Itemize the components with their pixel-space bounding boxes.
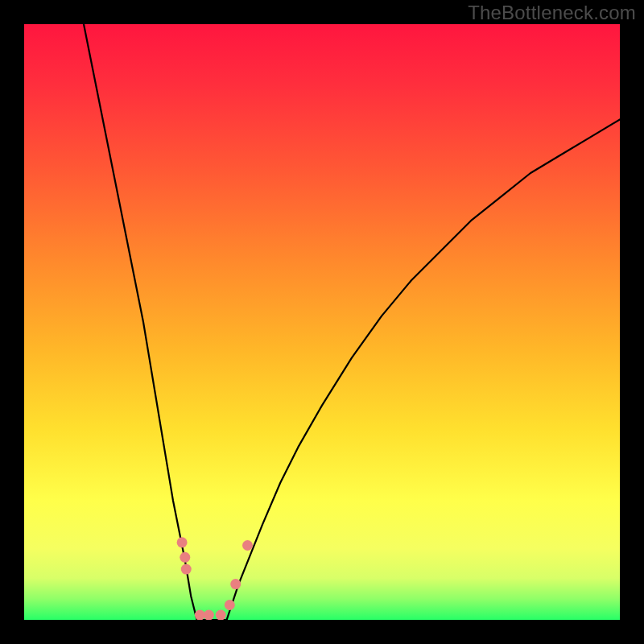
marker-point (216, 610, 226, 620)
marker-point (242, 540, 253, 551)
marker-point (230, 579, 241, 589)
marker-point (177, 537, 188, 547)
marker-point (180, 552, 190, 563)
watermark-text: TheBottleneck.com (468, 2, 636, 24)
marker-point (181, 564, 192, 575)
plot-outer (24, 24, 620, 620)
gradient-background (24, 24, 620, 620)
chart-frame: TheBottleneck.com (0, 0, 644, 644)
marker-point (225, 600, 235, 610)
marker-point (204, 610, 214, 620)
marker-point (195, 610, 205, 620)
plot-svg (24, 24, 620, 620)
